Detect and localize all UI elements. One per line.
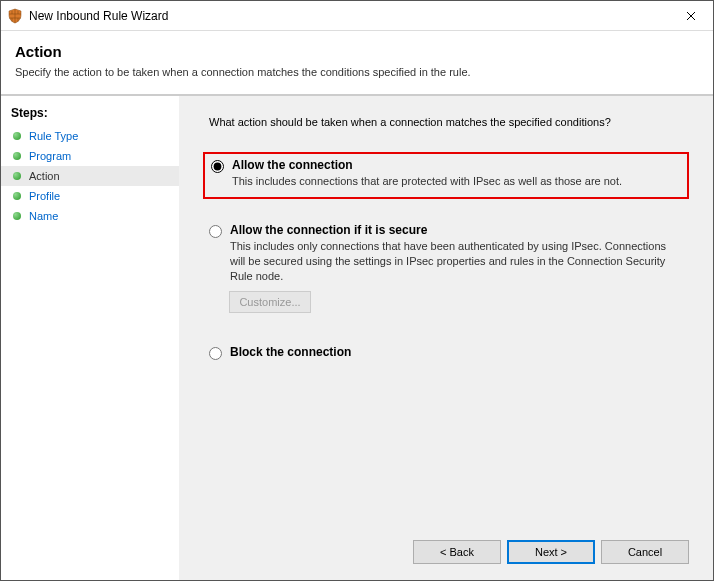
cancel-button[interactable]: Cancel (601, 540, 689, 564)
page-description: Specify the action to be taken when a co… (15, 66, 699, 78)
titlebar: New Inbound Rule Wizard (1, 1, 713, 31)
option-allow: Allow the connection This includes conne… (203, 152, 689, 199)
bullet-icon (13, 172, 21, 180)
question-text: What action should be taken when a conne… (203, 116, 689, 128)
firewall-icon (7, 8, 23, 24)
steps-label: Steps: (1, 106, 179, 126)
step-action[interactable]: Action (1, 166, 179, 186)
step-name[interactable]: Name (1, 206, 179, 226)
option-body: Block the connection (230, 345, 683, 361)
option-allow-secure-row[interactable]: Allow the connection if it is secure Thi… (209, 223, 683, 284)
option-desc: This includes connections that are prote… (232, 174, 681, 189)
bullet-icon (13, 152, 21, 160)
option-desc: This includes only connections that have… (230, 239, 683, 284)
option-allow-secure: Allow the connection if it is secure Thi… (203, 219, 689, 322)
option-title: Allow the connection if it is secure (230, 223, 683, 237)
wizard-window: New Inbound Rule Wizard Action Specify t… (0, 0, 714, 581)
option-allow-row[interactable]: Allow the connection This includes conne… (211, 158, 681, 189)
steps-sidebar: Steps: Rule Type Program Action Profile … (1, 96, 179, 580)
radio-block[interactable] (209, 347, 222, 360)
option-body: Allow the connection This includes conne… (232, 158, 681, 189)
close-icon (686, 11, 696, 21)
step-profile[interactable]: Profile (1, 186, 179, 206)
radio-allow-secure[interactable] (209, 225, 222, 238)
option-title: Block the connection (230, 345, 683, 359)
option-block: Block the connection (203, 341, 689, 369)
footer-buttons: < Back Next > Cancel (203, 528, 689, 564)
option-title: Allow the connection (232, 158, 681, 172)
close-button[interactable] (669, 1, 713, 31)
header-area: Action Specify the action to be taken wh… (1, 31, 713, 88)
bullet-icon (13, 192, 21, 200)
step-program[interactable]: Program (1, 146, 179, 166)
customize-button: Customize... (229, 291, 311, 313)
step-label: Program (29, 150, 71, 162)
option-block-row[interactable]: Block the connection (209, 345, 683, 361)
titlebar-left: New Inbound Rule Wizard (7, 8, 168, 24)
page-title: Action (15, 43, 699, 60)
bullet-icon (13, 212, 21, 220)
step-label: Profile (29, 190, 60, 202)
option-body: Allow the connection if it is secure Thi… (230, 223, 683, 284)
content-panel: What action should be taken when a conne… (179, 96, 713, 580)
step-label: Action (29, 170, 60, 182)
back-button[interactable]: < Back (413, 540, 501, 564)
step-label: Rule Type (29, 130, 78, 142)
window-title: New Inbound Rule Wizard (29, 9, 168, 23)
step-label: Name (29, 210, 58, 222)
step-rule-type[interactable]: Rule Type (1, 126, 179, 146)
next-button[interactable]: Next > (507, 540, 595, 564)
bullet-icon (13, 132, 21, 140)
radio-allow[interactable] (211, 160, 224, 173)
body-area: Steps: Rule Type Program Action Profile … (1, 96, 713, 580)
